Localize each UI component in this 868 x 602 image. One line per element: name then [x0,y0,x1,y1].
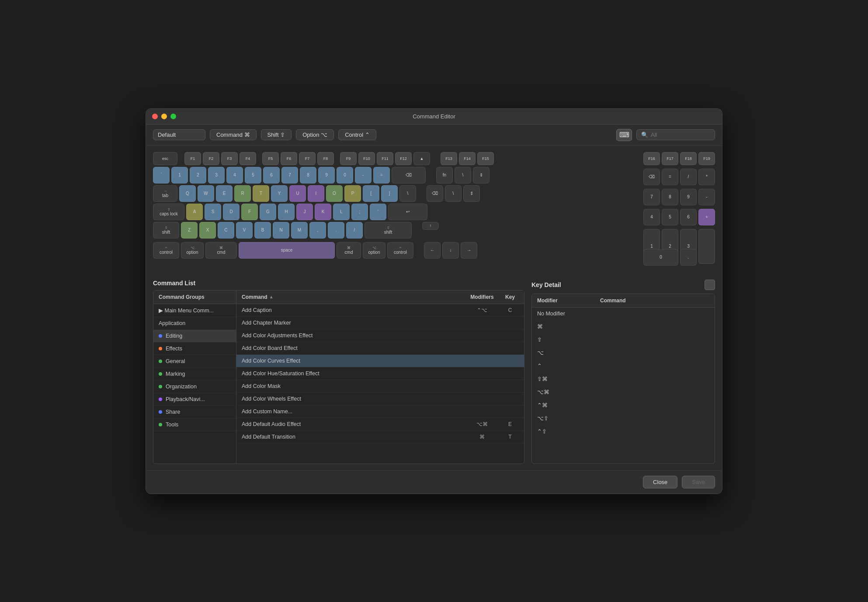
key-z[interactable]: Z [181,222,198,239]
key-w[interactable]: W [198,185,214,202]
key-comma[interactable]: , [309,222,326,239]
key-tab[interactable]: →tab [153,185,177,202]
key-b[interactable]: B [254,222,271,239]
key-g[interactable]: G [260,204,276,220]
group-item-organization[interactable]: Organization [153,381,236,393]
search-input[interactable] [651,131,703,138]
command-item-add-color-adjustments[interactable]: Add Color Adjustments Effect [236,329,524,342]
key-8[interactable]: 8 [300,167,316,183]
key-v[interactable]: V [236,222,253,239]
detail-row-shift[interactable]: ⇧ [532,333,715,346]
group-item-application[interactable]: Application [153,317,236,330]
key-f11[interactable]: F11 [377,152,393,165]
key-fn[interactable]: fn [436,167,453,183]
key-1[interactable]: 1 [171,167,188,183]
key-num-equals[interactable]: = [662,169,678,185]
key-num-mul[interactable]: * [698,169,715,185]
key-nf16[interactable]: F16 [643,152,660,165]
key-k[interactable]: K [315,204,331,220]
key-nf18[interactable]: F18 [680,152,697,165]
keyboard-layout-button[interactable]: ⌨ [616,129,632,141]
key-p[interactable]: P [344,185,361,202]
key-t[interactable]: T [253,185,269,202]
key-f15[interactable]: F15 [477,152,494,165]
minimize-window-button[interactable] [161,114,167,119]
key-shift-right[interactable]: ⇧shift [365,222,412,239]
close-window-button[interactable] [152,114,158,119]
shift-modifier-button[interactable]: Shift ⇧ [261,129,292,140]
key-capslock[interactable]: ⇧caps lock [153,204,184,220]
command-modifier-button[interactable]: Command ⌘ [210,129,257,140]
key-j[interactable]: J [296,204,313,220]
key-num-7[interactable]: 7 [643,189,660,205]
detail-row-option[interactable]: ⌥ [532,346,715,360]
group-item-editing[interactable]: Editing [153,330,236,343]
key-num-minus[interactable]: - [698,189,715,205]
key-num-9[interactable]: 9 [680,189,697,205]
key-quote[interactable]: ' [370,204,386,220]
key-f4[interactable]: F4 [240,152,256,165]
key-u[interactable]: U [289,185,306,202]
maximize-window-button[interactable] [170,114,176,119]
key-pgup[interactable]: ⇕ [473,167,490,183]
key-home[interactable]: \ [455,167,471,183]
key-i[interactable]: I [308,185,324,202]
command-item-add-caption[interactable]: Add Caption ⌃⌥ C [236,304,524,317]
key-f14[interactable]: F14 [459,152,476,165]
key-x[interactable]: X [199,222,216,239]
detail-row-control-cmd[interactable]: ⌃⌘ [532,399,715,412]
group-item-main-menu[interactable]: ▶ Main Menu Comm... [153,304,236,317]
command-item-add-color-wheels[interactable]: Add Color Wheels Effect [236,393,524,405]
key-esc[interactable]: esc [153,152,177,165]
key-f13[interactable]: F13 [441,152,457,165]
group-item-marking[interactable]: Marking [153,368,236,381]
command-item-add-default-transition[interactable]: Add Default Transition ⌘ T [236,431,524,443]
command-item-add-color-curves[interactable]: Add Color Curves Effect [236,355,524,367]
key-num-6[interactable]: 6 [680,209,697,225]
key-h[interactable]: H [278,204,295,220]
key-4[interactable]: 4 [226,167,243,183]
key-num-enter[interactable] [698,229,715,264]
group-item-tools[interactable]: Tools [153,419,236,431]
key-5[interactable]: 5 [245,167,261,183]
key-9[interactable]: 9 [318,167,335,183]
key-command-left[interactable]: ⌘cmd [205,242,237,259]
group-item-general[interactable]: General [153,355,236,368]
key-q[interactable]: Q [179,185,196,202]
key-s[interactable]: S [205,204,221,220]
command-item-add-custom-name[interactable]: Add Custom Name... [236,405,524,418]
key-f9[interactable]: F9 [340,152,357,165]
detail-row-no-modifier[interactable]: No Modifier [532,308,715,320]
key-f3[interactable]: F3 [221,152,238,165]
key-a[interactable]: A [186,204,203,220]
command-item-add-color-mask[interactable]: Add Color Mask [236,380,524,393]
key-brightness-up[interactable]: ▲ [413,152,430,165]
key-f10[interactable]: F10 [358,152,375,165]
key-backslash[interactable]: \ [399,185,416,202]
key-c[interactable]: C [218,222,234,239]
key-n[interactable]: N [273,222,289,239]
detail-row-control[interactable]: ⌃ [532,360,715,373]
detail-row-cmd[interactable]: ⌘ [532,320,715,333]
key-r[interactable]: R [234,185,251,202]
key-del-fwd[interactable]: ⌫ [427,185,443,202]
key-nf19[interactable]: F19 [698,152,715,165]
save-button[interactable]: Save [682,476,715,488]
key-num-dot[interactable]: . [680,249,697,266]
key-arrow-down[interactable]: ↓ [442,242,459,259]
detail-row-option-cmd[interactable]: ⌥⌘ [532,386,715,399]
key-semicolon[interactable]: ; [351,204,368,220]
key-l[interactable]: L [333,204,350,220]
key-3[interactable]: 3 [208,167,225,183]
key-control-right[interactable]: ^control [387,242,413,259]
key-num-8[interactable]: 8 [662,189,678,205]
detail-row-control-shift[interactable]: ⌃⇧ [532,425,715,438]
command-item-add-default-audio[interactable]: Add Default Audio Effect ⌥⌘ E [236,418,524,431]
key-7[interactable]: 7 [281,167,298,183]
key-num-5[interactable]: 5 [662,209,678,225]
key-f[interactable]: F [241,204,258,220]
key-command-right[interactable]: ⌘cmd [337,242,361,259]
key-2[interactable]: 2 [190,167,206,183]
key-num-div[interactable]: / [680,169,697,185]
key-o[interactable]: O [326,185,343,202]
